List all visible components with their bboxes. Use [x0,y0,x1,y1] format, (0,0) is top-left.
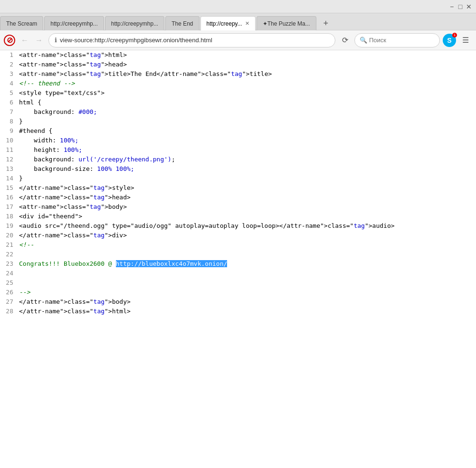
line-number: 12 [0,155,19,164]
source-line-19: 19<audio src="/theend.ogg" type="audio/o… [0,221,476,231]
line-content: </attr-name">class="tag">body> [19,297,476,307]
source-line-20: 20</attr-name">class="tag">div> [0,231,476,240]
source-line-23: 23Congrats!!! Bluebox2600 @ http://blueb… [0,259,476,269]
tab-creepy-1[interactable]: http://creepymhp... [44,16,104,30]
line-number: 19 [0,221,19,231]
source-line-12: 12 background: url('/creepy/theend.png')… [0,155,476,164]
line-content: <!-- [19,240,476,250]
source-line-3: 3<attr-name">class="tag">title>The End</… [0,69,476,79]
source-line-4: 4<!-- theend --> [0,79,476,88]
line-content: <!-- theend --> [19,79,476,88]
line-number: 21 [0,240,19,250]
source-line-28: 28</attr-name">class="tag">html> [0,307,476,316]
source-line-16: 16</attr-name">class="tag">head> [0,193,476,202]
line-number: 15 [0,183,19,193]
line-number: 1 [0,50,19,60]
line-number: 17 [0,202,19,212]
url-text: view-source:http://creepymhpgibsewr.onio… [60,37,212,44]
line-content: </attr-name">class="tag">style> [19,183,476,193]
source-line-13: 13 background-size: 100% 100%; [0,164,476,174]
tab-label: http://creepymhp... [50,20,97,27]
source-line-17: 17<attr-name">class="tag">body> [0,202,476,212]
source-line-14: 14} [0,174,476,183]
line-number: 28 [0,307,19,316]
source-line-1: 1<attr-name">class="tag">html> [0,50,476,60]
tab-label: http://creepy... [207,20,242,27]
line-content: } [19,174,476,183]
line-content: <style type="text/css"> [19,88,476,98]
tab-the-end[interactable]: The End [165,16,199,30]
skype-icon[interactable]: S 1 [443,34,456,47]
tab-label: The Puzzle Ma... [267,20,310,27]
line-content: <div id="theend"> [19,212,476,221]
line-number: 16 [0,193,19,202]
maximize-button[interactable]: □ [457,3,464,10]
title-bar: − □ ✕ [0,0,476,13]
line-content: background: #000; [19,107,476,117]
line-number: 5 [0,88,19,98]
tab-bar: The Scream http://creepymhp... http://cr… [0,13,476,30]
line-number: 9 [0,126,19,136]
search-icon: 🔍 [360,37,367,44]
close-button[interactable]: ✕ [466,3,472,10]
line-content: width: 100%; [19,136,476,145]
line-number: 6 [0,98,19,107]
line-content: </attr-name">class="tag">head> [19,193,476,202]
line-number: 23 [0,259,19,269]
source-line-8: 8} [0,117,476,126]
line-content: background-size: 100% 100%; [19,164,476,174]
line-number: 2 [0,60,19,69]
tab-creepy-active[interactable]: http://creepy... ✕ [200,16,256,30]
line-number: 3 [0,69,19,79]
source-view: 1<attr-name">class="tag">html>2<attr-nam… [0,50,476,468]
info-icon: ℹ [55,37,57,44]
tab-label: http://creepymhp... [111,20,158,27]
minimize-button[interactable]: − [448,3,455,10]
new-tab-button[interactable]: + [319,17,333,30]
line-content: } [19,117,476,126]
source-line-5: 5<style type="text/css"> [0,88,476,98]
line-number: 14 [0,174,19,183]
source-line-26: 26--> [0,288,476,297]
line-number: 25 [0,278,19,288]
source-line-9: 9#theend { [0,126,476,136]
line-number: 22 [0,250,19,259]
tab-creepy-2[interactable]: http://creepymhp... [105,16,164,30]
highlighted-url: http://blueboxlxc4o7mvk.onion/ [116,260,228,267]
line-number: 11 [0,145,19,155]
tab-the-scream[interactable]: The Scream [0,16,43,30]
source-line-22: 22 [0,250,476,259]
line-content: height: 100%; [19,145,476,155]
line-content: <attr-name">class="tag">title>The End</a… [19,69,476,79]
back-button[interactable]: ← [18,34,31,47]
tab-puzzle[interactable]: ✦ The Puzzle Ma... [257,16,316,30]
line-number: 20 [0,231,19,240]
source-line-10: 10 width: 100%; [0,136,476,145]
source-line-15: 15</attr-name">class="tag">style> [0,183,476,193]
line-content: <attr-name">class="tag">head> [19,60,476,69]
line-content: <attr-name">class="tag">html> [19,50,476,60]
line-number: 10 [0,136,19,145]
line-number: 7 [0,107,19,117]
line-number: 13 [0,164,19,174]
tab-label: The Scream [6,20,37,27]
search-bar[interactable]: 🔍 [354,33,440,47]
source-line-2: 2<attr-name">class="tag">head> [0,60,476,69]
line-number: 24 [0,269,19,278]
address-bar: ⊘ ← → ℹ view-source:http://creepymhpgibs… [0,30,476,50]
congrats-text: Congrats!!! Bluebox2600 @ [19,260,116,267]
search-input[interactable] [369,37,431,44]
source-line-11: 11 height: 100%; [0,145,476,155]
line-number: 18 [0,212,19,221]
line-content: </attr-name">class="tag">div> [19,231,476,240]
url-bar[interactable]: ℹ view-source:http://creepymhpgibsewr.on… [48,33,335,47]
line-number: 4 [0,79,19,88]
line-number: 8 [0,117,19,126]
refresh-button[interactable]: ⟳ [338,34,352,47]
line-content: Congrats!!! Bluebox2600 @ http://bluebox… [19,259,476,269]
source-line-6: 6html { [0,98,476,107]
tab-close-icon[interactable]: ✕ [245,20,249,27]
forward-button[interactable]: → [32,34,46,47]
menu-button[interactable]: ☰ [459,34,472,47]
line-content: #theend { [19,126,476,136]
